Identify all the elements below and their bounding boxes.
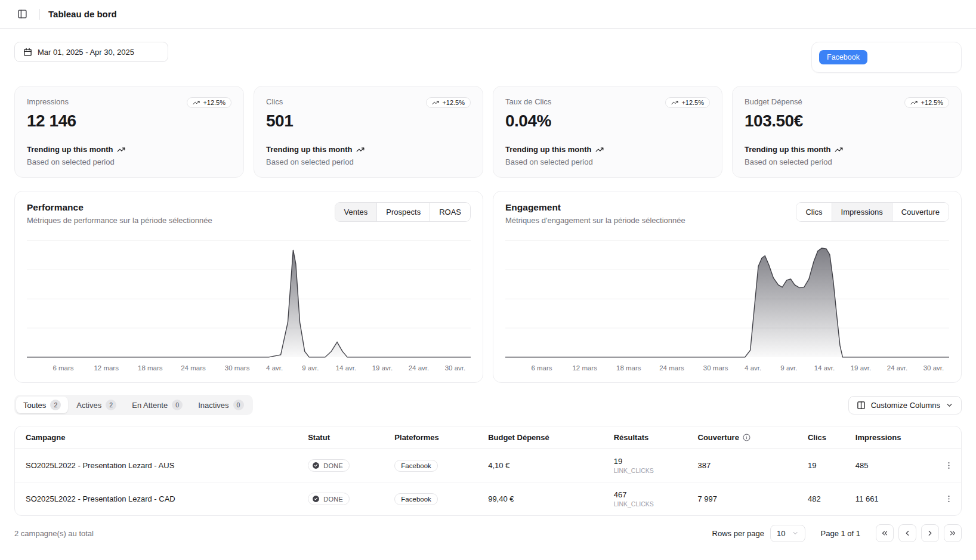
count-badge: 0 [233,400,244,410]
trending-up-icon [671,99,678,106]
chevrons-right-icon [949,529,957,537]
col-resultats: Résultats [607,426,691,448]
trending-up-icon [835,146,843,154]
tab-impressions[interactable]: Impressions [832,203,892,221]
tab-clics[interactable]: Clics [796,203,831,221]
stat-label: Budget Dépensé [745,97,802,106]
stat-trend: Trending up this month [266,145,471,154]
results-cell: 467 LINK_CLICKS [607,482,691,515]
tab-actives[interactable]: Actives 2 [69,397,123,413]
col-campagne: Campagne [15,426,301,448]
stat-value: 103.50€ [745,112,949,131]
x-axis-label: 19 avr. [851,364,872,372]
rows-per-page-select[interactable]: 10 [770,525,805,542]
table-row[interactable]: SO2025L2022 - Presentation Lezard - AUS … [15,449,961,482]
topbar: Tableau de bord [0,0,976,29]
trending-up-icon [193,99,200,106]
x-axis-label: 9 avr. [302,364,319,372]
status-filter-tabs: Toutes 2 Actives 2 En Attente 0 Inactive… [14,395,253,415]
row-actions-button[interactable] [942,459,956,472]
chart-subtitle: Métriques d'engagement sur la période sé… [505,216,685,225]
previous-page-button[interactable] [898,524,916,542]
trending-up-icon [117,146,125,154]
trend-badge: +12.5% [426,97,471,108]
last-page-button[interactable] [944,524,962,542]
total-campaigns-label: 2 campagne(s) au total [14,529,94,538]
x-axis-label: 24 mars [659,364,684,372]
campaign-filter-row: Toutes 2 Actives 2 En Attente 0 Inactive… [14,395,962,415]
results-cell: 19 LINK_CLICKS [607,449,691,482]
tab-inactives[interactable]: Inactives 0 [191,397,251,413]
table-row[interactable]: SO2025L2022 - Presentation Lezard - CAD … [15,482,961,515]
check-circle-icon [312,462,320,469]
kebab-menu-icon [944,494,953,503]
results-type: LINK_CLICKS [614,500,684,508]
table-header-row: Campagne Statut Plateformes Budget Dépen… [15,426,961,449]
columns-icon [857,401,866,410]
table-footer: 2 campagne(s) au total Rows per page 10 … [14,524,962,542]
row-actions-button[interactable] [942,492,956,506]
col-couverture: Couverture [691,426,801,448]
trending-up-icon [910,99,918,106]
x-axis-label: 30 mars [703,364,728,372]
date-range-picker[interactable]: Mar 01, 2025 - Apr 30, 2025 [14,42,168,62]
stat-trend: Trending up this month [27,145,231,154]
stat-card-clics: Clics +12.5% 501 Trending up this month … [254,86,483,178]
x-axis-label: 9 avr. [780,364,797,372]
count-badge: 0 [172,400,183,410]
tab-toutes[interactable]: Toutes 2 [16,397,68,413]
performance-card: Performance Métriques de performance sur… [14,191,483,383]
stat-card-taux-de-clics: Taux de Clics +12.5% 0.04% Trending up t… [493,86,722,178]
chevron-left-icon [903,529,912,537]
stat-label: Impressions [27,97,69,106]
x-axis-labels: 6 mars12 mars18 mars24 mars30 mars4 avr.… [27,361,471,375]
x-axis-label: 30 avr. [445,364,466,372]
first-page-button[interactable] [876,524,894,542]
budget-cell: 99,40 € [481,487,607,511]
tab-en-attente[interactable]: En Attente 0 [125,397,190,413]
info-icon[interactable] [743,434,750,441]
platform-badge: Facebook [394,493,438,505]
trend-badge: +12.5% [187,97,231,108]
tab-roas[interactable]: ROAS [430,203,470,221]
chart-title: Performance [27,202,212,213]
tab-ventes[interactable]: Ventes [335,203,377,221]
stat-label: Clics [266,97,283,106]
col-budget: Budget Dépensé [481,426,607,448]
clicks-cell: 19 [801,453,848,478]
facebook-filter-button[interactable]: Facebook [819,50,867,64]
customize-columns-button[interactable]: Customize Columns [848,396,962,414]
trend-badge: +12.5% [665,97,710,108]
x-axis-label: 24 avr. [409,364,430,372]
x-axis-label: 12 mars [94,364,119,372]
chevron-down-icon [792,530,799,537]
chevron-down-icon [946,401,953,409]
status-badge: DONE [308,493,350,505]
chevrons-left-icon [881,529,889,537]
engagement-metric-tabs: Clics Impressions Couverture [796,202,949,222]
platform-filter-card: Facebook [811,42,962,73]
x-axis-label: 18 mars [616,364,641,372]
x-axis-label: 14 avr. [336,364,357,372]
sidebar-toggle-button[interactable] [13,5,31,23]
next-page-button[interactable] [921,524,939,542]
panel-left-icon [17,9,27,19]
col-clics: Clics [801,426,848,448]
stat-card-impressions: Impressions +12.5% 12 146 Trending up th… [14,86,244,178]
tab-prospects[interactable]: Prospects [376,203,430,221]
date-range-label: Mar 01, 2025 - Apr 30, 2025 [38,48,134,57]
x-axis-label: 24 avr. [887,364,908,372]
campaign-name: SO2025L2022 - Presentation Lezard - CAD [15,487,301,511]
kebab-menu-icon [944,461,953,470]
col-plateformes: Plateformes [387,426,481,448]
stat-trend: Trending up this month [745,145,949,154]
charts-row: Performance Métriques de performance sur… [14,191,962,383]
chart-subtitle: Métriques de performance sur la période … [27,216,212,225]
campaigns-table: Campagne Statut Plateformes Budget Dépen… [14,426,962,516]
engagement-card: Engagement Métriques d'engagement sur la… [493,191,962,383]
tab-couverture[interactable]: Couverture [892,203,949,221]
x-axis-label: 6 mars [52,364,73,372]
stat-subtext: Based on selected period [266,157,471,166]
results-type: LINK_CLICKS [614,467,684,474]
performance-chart [27,234,471,358]
